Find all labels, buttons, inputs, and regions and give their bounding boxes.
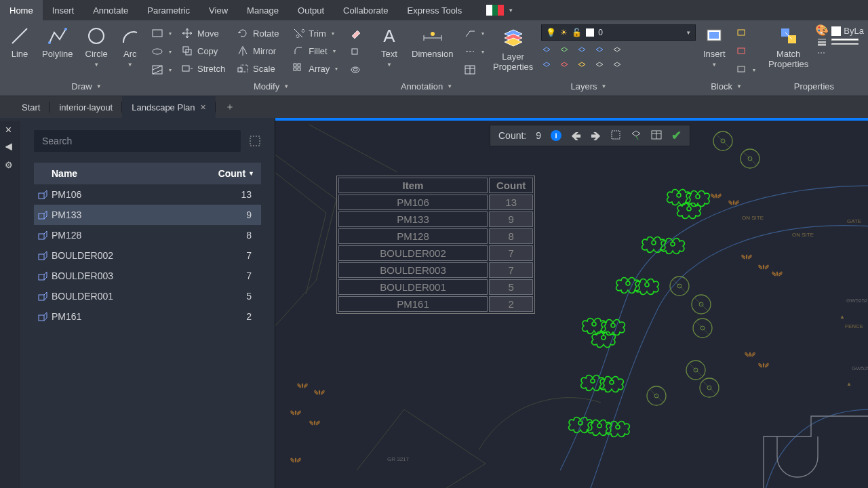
settings-icon[interactable]: ⚙ xyxy=(5,160,16,171)
count-column-header[interactable]: Count▼ xyxy=(207,168,261,179)
block-ref-icon xyxy=(34,312,52,321)
panel-divider[interactable] xyxy=(275,118,868,121)
svg-rect-54 xyxy=(250,136,260,146)
svg-rect-59 xyxy=(39,274,44,280)
drawing-canvas[interactable]: ON SITE ON SITE GATE FENCE GW5252 GW5252… xyxy=(275,118,868,488)
mirror-tool[interactable]: Mirror xyxy=(234,42,285,60)
svg-rect-15 xyxy=(298,64,300,66)
svg-marker-33 xyxy=(543,47,550,52)
count-row[interactable]: PM1339 xyxy=(34,205,261,225)
highlight-icon[interactable] xyxy=(631,129,642,142)
layer-on-icon[interactable] xyxy=(541,60,552,71)
info-icon[interactable]: i xyxy=(551,130,561,141)
name-column-header[interactable]: Name xyxy=(52,168,207,179)
count-row[interactable]: PM1612 xyxy=(34,306,261,327)
edit-block-icon[interactable] xyxy=(734,43,758,60)
layer-dropdown[interactable]: 💡 ☀ 🔓 0 ▼ xyxy=(541,24,696,41)
trim-tool[interactable]: Trim▾ xyxy=(290,24,342,42)
copy-tool[interactable]: Copy xyxy=(178,42,230,60)
insert-block-button[interactable]: Insert▼ xyxy=(699,24,730,69)
layer-change-icon[interactable] xyxy=(612,60,623,71)
polyline-tool[interactable]: Polyline xyxy=(38,24,77,60)
arc-tool[interactable]: Arc▼ xyxy=(116,24,144,69)
file-tab-start[interactable]: Start xyxy=(12,96,50,118)
erase-tool[interactable] xyxy=(347,24,364,42)
dimension-tool[interactable]: Dimension xyxy=(408,24,457,60)
layer-uniso-icon[interactable] xyxy=(559,60,570,71)
svg-rect-75 xyxy=(612,131,620,139)
scale-tool[interactable]: Scale xyxy=(234,60,285,77)
create-block-icon[interactable] xyxy=(734,24,758,42)
edit-attr-icon[interactable]: ▾ xyxy=(734,61,758,79)
file-tab-landscape[interactable]: Landscape Plan× xyxy=(122,96,215,118)
layer-lock-icon[interactable] xyxy=(594,45,605,56)
svg-line-8 xyxy=(153,70,162,74)
block-ref-icon xyxy=(34,291,52,301)
close-tab-icon[interactable]: × xyxy=(200,102,205,113)
count-row[interactable]: BOULDER0027 xyxy=(34,245,261,266)
zoom-extent-icon[interactable] xyxy=(610,129,621,142)
svg-marker-42 xyxy=(614,62,620,66)
ribbon-tab-collaborate[interactable]: Collaborate xyxy=(334,0,398,20)
canvas-count-table[interactable]: ItemCount PM10613PM1339PM1288BOULDER0027… xyxy=(336,176,535,314)
count-row[interactable]: BOULDER0015 xyxy=(34,286,261,306)
insert-table-icon[interactable] xyxy=(651,129,662,142)
layer-properties-button[interactable]: Layer Properties xyxy=(489,24,537,73)
layer-freeze-icon[interactable] xyxy=(576,45,587,56)
match-properties-button[interactable]: Match Properties xyxy=(764,24,812,70)
search-input[interactable] xyxy=(34,130,241,152)
layer-match-icon[interactable] xyxy=(612,45,623,56)
layer-unlock-icon[interactable] xyxy=(594,60,605,71)
fillet-tool[interactable]: Fillet▾ xyxy=(290,42,342,60)
stretch-tool[interactable]: Stretch xyxy=(178,60,230,77)
count-row[interactable]: PM1288 xyxy=(34,225,261,245)
svg-text:ON SITE: ON SITE xyxy=(792,232,814,238)
layer-thaw-icon[interactable] xyxy=(576,60,587,71)
extension-menu[interactable]: ▼ xyxy=(479,0,520,20)
count-row[interactable]: BOULDER0037 xyxy=(34,266,261,286)
ribbon-tab-output[interactable]: Output xyxy=(288,0,334,20)
count-row[interactable]: PM10613 xyxy=(34,184,261,205)
explode-tool[interactable] xyxy=(347,43,364,60)
ribbon-tab-insert[interactable]: Insert xyxy=(43,0,84,20)
layer-off-icon[interactable] xyxy=(541,45,552,56)
check-icon[interactable]: ✔ xyxy=(671,128,682,143)
modify-panel-label[interactable]: Modify▼ xyxy=(178,79,364,96)
linetype-icon[interactable] xyxy=(816,47,827,58)
block-panel-label[interactable]: Block▼ xyxy=(699,79,753,96)
rectangle-tool[interactable]: ▾ xyxy=(149,24,174,42)
file-tab-interior[interactable]: interior-layout xyxy=(50,96,122,118)
annotation-panel-label[interactable]: Annotation▼ xyxy=(375,79,478,96)
close-palette-icon[interactable]: ✕ xyxy=(5,125,16,136)
collapse-palette-icon[interactable]: ⯇ xyxy=(5,142,16,153)
file-tabs: Start interior-layout Landscape Plan× ＋ xyxy=(0,96,868,118)
new-tab-button[interactable]: ＋ xyxy=(216,96,244,118)
lineweight-icon[interactable] xyxy=(816,36,827,47)
svg-rect-11 xyxy=(182,66,189,71)
ellipse-tool[interactable]: ▾ xyxy=(149,43,174,60)
layers-panel-label[interactable]: Layers▼ xyxy=(489,79,688,96)
rotate-tool[interactable]: Rotate xyxy=(234,24,285,42)
svg-text:▲: ▲ xyxy=(846,381,852,387)
ribbon-tab-express[interactable]: Express Tools xyxy=(398,0,472,20)
layer-iso-icon[interactable] xyxy=(559,45,570,56)
circle-tool[interactable]: Circle▼ xyxy=(81,24,112,69)
ribbon-tab-home[interactable]: Home xyxy=(0,0,43,20)
svg-text:GATE: GATE xyxy=(847,218,861,224)
next-arrow-icon[interactable]: 🡺 xyxy=(591,130,601,142)
offset-tool[interactable] xyxy=(347,61,364,79)
move-tool[interactable]: Move xyxy=(178,24,230,42)
color-wheel-icon[interactable]: 🎨 xyxy=(816,24,827,35)
prev-arrow-icon[interactable]: 🡸 xyxy=(571,130,581,142)
svg-rect-14 xyxy=(294,64,296,66)
draw-panel-label[interactable]: Draw▼ xyxy=(5,79,167,96)
ribbon-tab-view[interactable]: View xyxy=(199,0,237,20)
ribbon-tab-manage[interactable]: Manage xyxy=(237,0,288,20)
array-tool[interactable]: Array▾ xyxy=(290,60,342,77)
text-tool[interactable]: AText▼ xyxy=(375,24,403,69)
line-tool[interactable]: Line xyxy=(5,24,34,60)
ribbon-tab-annotate[interactable]: Annotate xyxy=(83,0,138,20)
hatch-tool[interactable]: ▾ xyxy=(149,61,174,79)
ribbon-tab-parametric[interactable]: Parametric xyxy=(138,0,199,20)
selection-icon[interactable] xyxy=(249,135,261,147)
